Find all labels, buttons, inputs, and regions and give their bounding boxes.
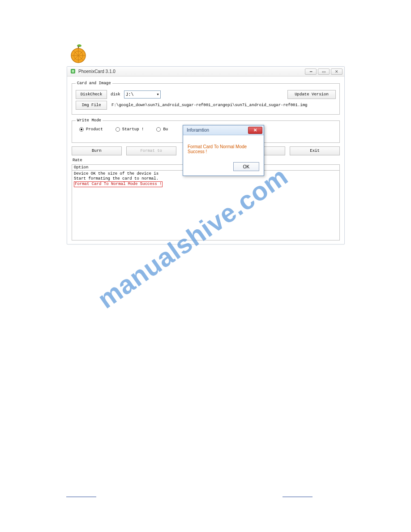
information-dialog: Inforamtion ✕ Format Card To Normal Mode…: [183, 125, 264, 176]
radio-burn[interactable]: Bu: [156, 127, 168, 132]
dialog-message: Format Card To Normal Mode Success !: [183, 135, 264, 159]
svg-point-0: [77, 44, 81, 47]
footer-link-right[interactable]: [283, 494, 313, 497]
radio-product[interactable]: Product: [79, 127, 103, 132]
close-button[interactable]: ✕: [331, 69, 342, 75]
window-titlebar: PhoenixCard 3.1.0 ━ ▭ ✕: [67, 67, 344, 77]
svg-rect-9: [72, 70, 74, 73]
exit-button[interactable]: Exit: [290, 146, 340, 155]
radio-startup-label: Startup !: [122, 127, 144, 132]
format-button[interactable]: Format to: [126, 146, 176, 155]
disk-label: disk: [111, 92, 120, 97]
window-title: PhoenixCard 3.1.0: [78, 69, 116, 74]
dialog-titlebar: Inforamtion ✕: [183, 125, 264, 135]
radio-startup[interactable]: Startup !: [116, 127, 144, 132]
radio-icon: [156, 127, 161, 132]
burn-button[interactable]: Burn: [72, 146, 122, 155]
disk-select[interactable]: J:\ ▼: [124, 90, 161, 99]
update-version-button[interactable]: Update Version: [287, 90, 336, 99]
img-file-button[interactable]: Img File: [76, 101, 107, 110]
dialog-title-text: Inforamtion: [187, 128, 209, 133]
close-icon: ✕: [253, 128, 257, 133]
footer-link-left[interactable]: [66, 494, 96, 497]
dialog-close-button[interactable]: ✕: [248, 127, 262, 134]
disk-check-button[interactable]: DiskCheck: [76, 90, 107, 99]
app-icon: [70, 68, 76, 75]
radio-burn-label: Bu: [163, 127, 168, 132]
img-file-path: F:\google_down\sun7i_android_sugar-ref00…: [111, 101, 336, 109]
maximize-button[interactable]: ▭: [318, 69, 330, 75]
ok-button[interactable]: OK: [233, 162, 259, 171]
footer-links: [66, 494, 345, 497]
card-image-legend: Card and Image: [76, 81, 112, 86]
orange-pi-logo: [68, 43, 89, 64]
chevron-down-icon: ▼: [157, 93, 158, 96]
card-and-image-group: Card and Image DiskCheck disk J:\ ▼ Upda…: [72, 81, 340, 115]
write-mode-legend: Write Mode: [76, 118, 103, 123]
minimize-button[interactable]: ━: [305, 69, 317, 75]
radio-product-label: Product: [86, 127, 103, 132]
disk-value: J:\: [126, 92, 134, 97]
log-line-3-highlighted: Format Card To Normal Mode Success !: [74, 181, 163, 187]
radio-icon: [116, 127, 120, 132]
radio-icon: [79, 127, 84, 132]
log-line-2: Start formating the card to normal.: [74, 176, 338, 181]
